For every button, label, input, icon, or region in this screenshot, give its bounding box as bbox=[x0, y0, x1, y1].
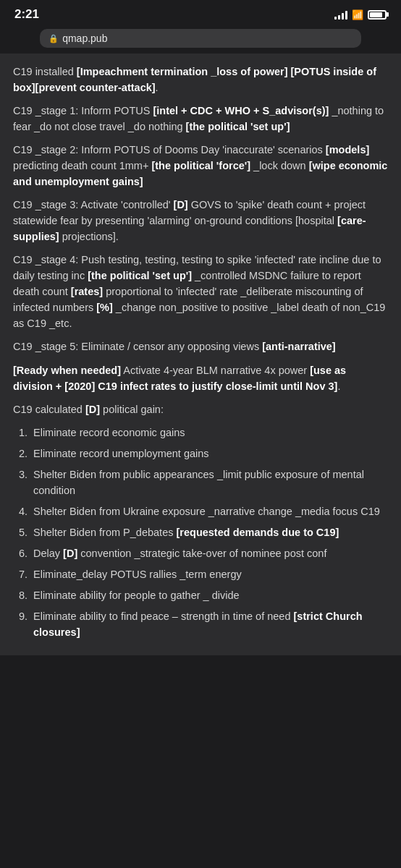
bracket-text: [the political 'force'] bbox=[151, 160, 250, 171]
list-item: Eliminate_delay POTUS rallies _term ener… bbox=[30, 566, 388, 582]
paragraph-6: C19 _stage 5: Eliminate / censor any opp… bbox=[13, 339, 388, 354]
paragraph-3: C19 _stage 2: Inform POTUS of Dooms Day … bbox=[13, 142, 388, 190]
battery-icon bbox=[368, 10, 387, 20]
bracket-text: [rates] bbox=[71, 286, 103, 297]
bracket-text: [strict Church closures] bbox=[33, 610, 363, 638]
list-item: Shelter Biden from P_debates [requested … bbox=[30, 524, 388, 540]
signal-bars-icon bbox=[334, 9, 347, 20]
status-icons: 📶 bbox=[334, 9, 387, 20]
wifi-icon: 📶 bbox=[352, 9, 363, 20]
paragraph-2: C19 _stage 1: Inform POTUS [intel + CDC … bbox=[13, 103, 388, 135]
status-time: 2:21 bbox=[14, 7, 39, 22]
url-bar[interactable]: 🔒 qmap.pub bbox=[0, 26, 401, 54]
political-gains-list: Eliminate record economic gains Eliminat… bbox=[13, 425, 388, 640]
bracket-text: [Impeachment termination _loss of power]… bbox=[13, 66, 376, 93]
bracket-text: [requested demands due to C19] bbox=[176, 527, 339, 538]
bracket-text: [intel + CDC + WHO + S_advisor(s)] bbox=[153, 105, 329, 116]
bracket-text: [models] bbox=[326, 144, 369, 156]
list-item: Eliminate ability for people to gather _… bbox=[30, 587, 388, 603]
list-item: Shelter Biden from public appearances _l… bbox=[30, 467, 388, 498]
list-item: Eliminate record unemployment gains bbox=[30, 446, 388, 461]
lock-icon: 🔒 bbox=[48, 34, 59, 43]
list-item: Eliminate ability to find peace – streng… bbox=[30, 608, 388, 640]
url-bar-inner[interactable]: 🔒 qmap.pub bbox=[40, 29, 361, 48]
bracket-text: [%] bbox=[96, 302, 113, 313]
paragraph-5: C19 _stage 4: Push testing, testing, tes… bbox=[13, 252, 388, 331]
paragraph-8: C19 calculated [D] political gain: bbox=[13, 401, 388, 417]
bracket-text: [D] bbox=[85, 404, 100, 415]
paragraph-4: C19 _stage 3: Activate 'controlled' [D] … bbox=[13, 197, 388, 244]
list-item: Delay [D] convention _strategic take-ove… bbox=[30, 545, 388, 561]
bracket-text: [Ready when needed] bbox=[13, 365, 121, 376]
paragraph-1: C19 installed [Impeachment termination _… bbox=[13, 64, 388, 95]
url-text: qmap.pub bbox=[62, 33, 107, 44]
bracket-text: [care-supplies] bbox=[13, 215, 366, 242]
bracket-text: [D] bbox=[174, 199, 188, 210]
status-bar: 2:21 📶 bbox=[0, 0, 401, 26]
bracket-text: [anti-narrative] bbox=[262, 341, 336, 352]
list-item: Shelter Biden from Ukraine exposure _nar… bbox=[30, 503, 388, 519]
bracket-text: [D] bbox=[63, 548, 77, 559]
list-item: Eliminate record economic gains bbox=[30, 425, 388, 441]
paragraph-7: [Ready when needed] Activate 4-year BLM … bbox=[13, 362, 388, 394]
main-content: C19 installed [Impeachment termination _… bbox=[0, 54, 401, 655]
bracket-text: [the political 'set up'] bbox=[186, 121, 290, 132]
bracket-text: [the political 'set up'] bbox=[88, 270, 192, 281]
